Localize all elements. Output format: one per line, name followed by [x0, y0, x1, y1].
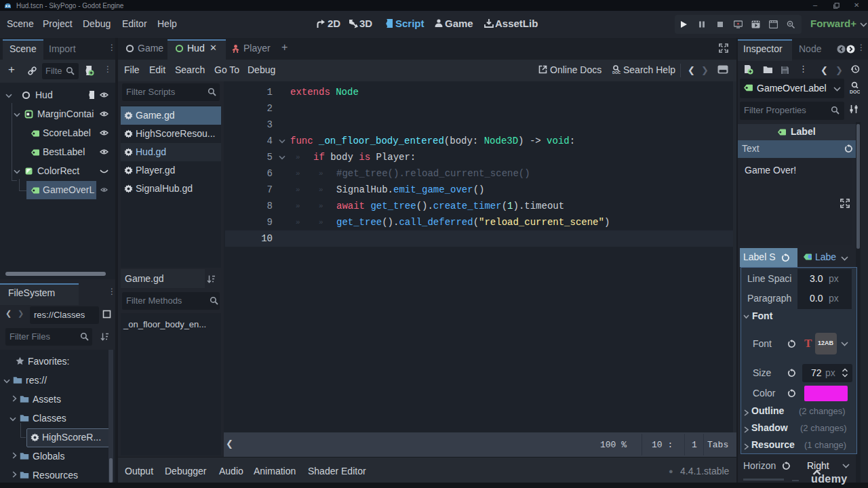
svg-text:DOC: DOC — [612, 70, 620, 75]
svg-text:DOC: DOC — [850, 89, 860, 94]
